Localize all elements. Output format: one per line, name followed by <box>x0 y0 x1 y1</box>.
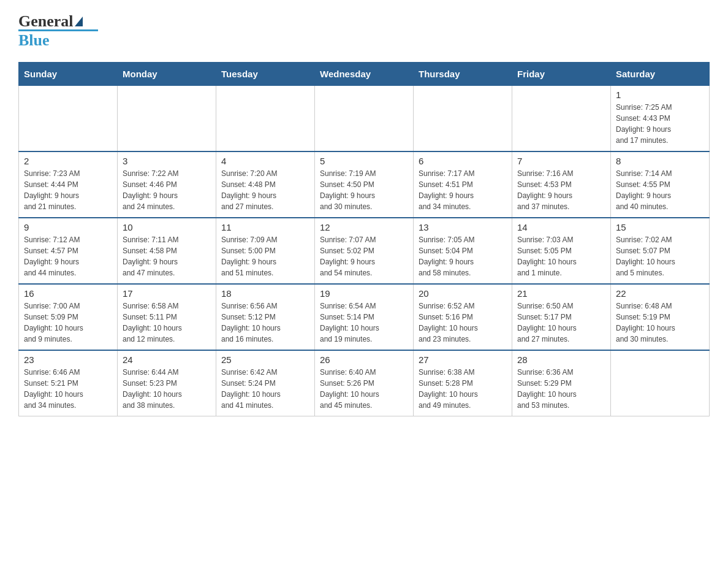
day-number: 3 <box>123 156 211 166</box>
day-info: Sunrise: 7:07 AM Sunset: 5:02 PM Dayligh… <box>320 234 408 278</box>
calendar-cell <box>315 86 414 152</box>
day-info: Sunrise: 7:12 AM Sunset: 4:57 PM Dayligh… <box>24 234 112 278</box>
calendar-cell: 8Sunrise: 7:14 AM Sunset: 4:55 PM Daylig… <box>611 151 710 218</box>
logo-text-blue: Blue <box>18 31 50 50</box>
day-number: 10 <box>123 222 211 232</box>
day-info: Sunrise: 6:38 AM Sunset: 5:28 PM Dayligh… <box>419 367 507 411</box>
day-info: Sunrise: 7:05 AM Sunset: 5:04 PM Dayligh… <box>419 234 507 278</box>
day-info: Sunrise: 6:56 AM Sunset: 5:12 PM Dayligh… <box>221 301 309 345</box>
calendar-cell: 15Sunrise: 7:02 AM Sunset: 5:07 PM Dayli… <box>611 218 710 284</box>
calendar-cell <box>19 86 118 152</box>
day-number: 12 <box>320 222 408 232</box>
day-info: Sunrise: 7:11 AM Sunset: 4:58 PM Dayligh… <box>123 234 211 278</box>
week-row-3: 9Sunrise: 7:12 AM Sunset: 4:57 PM Daylig… <box>19 218 710 284</box>
logo-triangle-icon <box>75 17 83 26</box>
calendar-cell: 4Sunrise: 7:20 AM Sunset: 4:48 PM Daylig… <box>216 151 315 218</box>
day-info: Sunrise: 6:36 AM Sunset: 5:29 PM Dayligh… <box>517 367 605 411</box>
calendar-cell <box>611 350 710 416</box>
day-number: 20 <box>419 288 507 299</box>
day-info: Sunrise: 6:46 AM Sunset: 5:21 PM Dayligh… <box>24 367 112 411</box>
weekday-header-monday: Monday <box>118 63 216 86</box>
day-number: 7 <box>517 156 605 166</box>
day-info: Sunrise: 6:44 AM Sunset: 5:23 PM Dayligh… <box>123 367 211 411</box>
weekday-header-thursday: Thursday <box>414 63 512 86</box>
calendar-cell: 21Sunrise: 6:50 AM Sunset: 5:17 PM Dayli… <box>512 284 611 350</box>
day-number: 6 <box>419 156 507 166</box>
week-row-4: 16Sunrise: 7:00 AM Sunset: 5:09 PM Dayli… <box>19 284 710 350</box>
day-number: 14 <box>517 222 605 232</box>
day-number: 22 <box>616 288 704 299</box>
day-info: Sunrise: 7:23 AM Sunset: 4:44 PM Dayligh… <box>24 168 112 212</box>
day-number: 15 <box>616 222 704 232</box>
weekday-header-wednesday: Wednesday <box>315 63 414 86</box>
day-info: Sunrise: 6:52 AM Sunset: 5:16 PM Dayligh… <box>419 301 507 345</box>
calendar-cell <box>216 86 315 152</box>
day-info: Sunrise: 7:17 AM Sunset: 4:51 PM Dayligh… <box>419 168 507 212</box>
calendar-cell: 7Sunrise: 7:16 AM Sunset: 4:53 PM Daylig… <box>512 151 611 218</box>
calendar-cell <box>414 86 512 152</box>
calendar-cell <box>118 86 216 152</box>
calendar-cell: 11Sunrise: 7:09 AM Sunset: 5:00 PM Dayli… <box>216 218 315 284</box>
week-row-2: 2Sunrise: 7:23 AM Sunset: 4:44 PM Daylig… <box>19 151 710 218</box>
calendar-cell: 6Sunrise: 7:17 AM Sunset: 4:51 PM Daylig… <box>414 151 512 218</box>
day-number: 4 <box>221 156 309 166</box>
logo-text-general: General <box>18 12 74 31</box>
day-info: Sunrise: 7:03 AM Sunset: 5:05 PM Dayligh… <box>517 234 605 278</box>
week-row-5: 23Sunrise: 6:46 AM Sunset: 5:21 PM Dayli… <box>19 350 710 416</box>
calendar-table: SundayMondayTuesdayWednesdayThursdayFrid… <box>18 62 710 416</box>
weekday-header-row: SundayMondayTuesdayWednesdayThursdayFrid… <box>19 63 710 86</box>
day-info: Sunrise: 6:40 AM Sunset: 5:26 PM Dayligh… <box>320 367 408 411</box>
page-header: General Blue <box>18 12 710 50</box>
day-info: Sunrise: 6:50 AM Sunset: 5:17 PM Dayligh… <box>517 301 605 345</box>
calendar-cell: 19Sunrise: 6:54 AM Sunset: 5:14 PM Dayli… <box>315 284 414 350</box>
calendar-cell: 14Sunrise: 7:03 AM Sunset: 5:05 PM Dayli… <box>512 218 611 284</box>
day-number: 18 <box>221 288 309 299</box>
day-info: Sunrise: 6:58 AM Sunset: 5:11 PM Dayligh… <box>123 301 211 345</box>
day-info: Sunrise: 7:14 AM Sunset: 4:55 PM Dayligh… <box>616 168 704 212</box>
day-number: 8 <box>616 156 704 166</box>
calendar-cell: 9Sunrise: 7:12 AM Sunset: 4:57 PM Daylig… <box>19 218 118 284</box>
calendar-cell: 25Sunrise: 6:42 AM Sunset: 5:24 PM Dayli… <box>216 350 315 416</box>
calendar-cell: 10Sunrise: 7:11 AM Sunset: 4:58 PM Dayli… <box>118 218 216 284</box>
day-number: 17 <box>123 288 211 299</box>
day-number: 27 <box>419 354 507 365</box>
calendar-cell: 22Sunrise: 6:48 AM Sunset: 5:19 PM Dayli… <box>611 284 710 350</box>
day-number: 26 <box>320 354 408 365</box>
calendar-cell: 16Sunrise: 7:00 AM Sunset: 5:09 PM Dayli… <box>19 284 118 350</box>
day-info: Sunrise: 6:48 AM Sunset: 5:19 PM Dayligh… <box>616 301 704 345</box>
day-number: 13 <box>419 222 507 232</box>
calendar-cell: 27Sunrise: 6:38 AM Sunset: 5:28 PM Dayli… <box>414 350 512 416</box>
weekday-header-sunday: Sunday <box>19 63 118 86</box>
day-number: 11 <box>221 222 309 232</box>
day-number: 25 <box>221 354 309 365</box>
day-number: 21 <box>517 288 605 299</box>
calendar-cell: 13Sunrise: 7:05 AM Sunset: 5:04 PM Dayli… <box>414 218 512 284</box>
calendar-cell: 5Sunrise: 7:19 AM Sunset: 4:50 PM Daylig… <box>315 151 414 218</box>
day-info: Sunrise: 6:42 AM Sunset: 5:24 PM Dayligh… <box>221 367 309 411</box>
day-number: 23 <box>24 354 112 365</box>
day-number: 5 <box>320 156 408 166</box>
day-info: Sunrise: 7:20 AM Sunset: 4:48 PM Dayligh… <box>221 168 309 212</box>
weekday-header-friday: Friday <box>512 63 611 86</box>
logo: General Blue <box>18 12 98 50</box>
weekday-header-tuesday: Tuesday <box>216 63 315 86</box>
day-info: Sunrise: 7:19 AM Sunset: 4:50 PM Dayligh… <box>320 168 408 212</box>
day-number: 28 <box>517 354 605 365</box>
day-info: Sunrise: 7:02 AM Sunset: 5:07 PM Dayligh… <box>616 234 704 278</box>
day-number: 16 <box>24 288 112 299</box>
calendar-cell: 17Sunrise: 6:58 AM Sunset: 5:11 PM Dayli… <box>118 284 216 350</box>
calendar-cell: 23Sunrise: 6:46 AM Sunset: 5:21 PM Dayli… <box>19 350 118 416</box>
day-info: Sunrise: 6:54 AM Sunset: 5:14 PM Dayligh… <box>320 301 408 345</box>
day-number: 19 <box>320 288 408 299</box>
day-number: 24 <box>123 354 211 365</box>
day-number: 2 <box>24 156 112 166</box>
calendar-cell: 2Sunrise: 7:23 AM Sunset: 4:44 PM Daylig… <box>19 151 118 218</box>
calendar-cell: 12Sunrise: 7:07 AM Sunset: 5:02 PM Dayli… <box>315 218 414 284</box>
weekday-header-saturday: Saturday <box>611 63 710 86</box>
calendar-cell <box>512 86 611 152</box>
calendar-cell: 3Sunrise: 7:22 AM Sunset: 4:46 PM Daylig… <box>118 151 216 218</box>
calendar-cell: 20Sunrise: 6:52 AM Sunset: 5:16 PM Dayli… <box>414 284 512 350</box>
day-info: Sunrise: 7:25 AM Sunset: 4:43 PM Dayligh… <box>616 102 704 146</box>
day-info: Sunrise: 7:00 AM Sunset: 5:09 PM Dayligh… <box>24 301 112 345</box>
calendar-cell: 28Sunrise: 6:36 AM Sunset: 5:29 PM Dayli… <box>512 350 611 416</box>
